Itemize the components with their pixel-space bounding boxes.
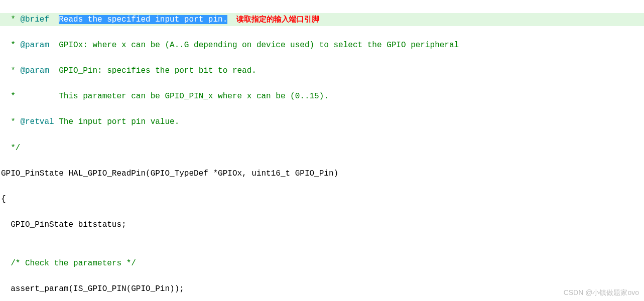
code-line-12: assert_param(IS_GPIO_PIN(GPIO_Pin));: [0, 283, 644, 296]
code-line-3: * @param GPIO_Pin: specifies the port bi…: [0, 65, 644, 78]
doxygen-tag-param: @param: [20, 41, 49, 50]
comment-text: * This parameter can be GPIO_PIN_x where…: [1, 92, 329, 101]
function-signature: GPIO_PinState HAL_GPIO_ReadPin(GPIO_Type…: [1, 169, 338, 178]
brace-open: {: [1, 195, 6, 204]
code-line-6: */: [0, 142, 644, 155]
comment-text: GPIOx: where x can be (A..G depending on…: [49, 41, 459, 50]
comment-text: GPIO_Pin: specifies the port bit to read…: [49, 66, 256, 75]
code-line-4: * This parameter can be GPIO_PIN_x where…: [0, 90, 644, 103]
code-block: * @brief Reads the specified input port …: [0, 0, 644, 301]
selected-text[interactable]: Reads the specified input port pin.: [59, 15, 227, 24]
assert-call: assert_param(IS_GPIO_PIN(GPIO_Pin));: [1, 284, 184, 293]
comment-text: The input port pin value.: [54, 117, 180, 126]
code-line-8: {: [0, 193, 644, 206]
code-line-1: * @brief Reads the specified input port …: [0, 13, 644, 27]
gap: [49, 15, 59, 24]
comment-text: /* Check the parameters */: [1, 259, 136, 268]
code-line-5: * @retval The input port pin value.: [0, 116, 644, 129]
declaration: GPIO_PinState bitstatus;: [1, 220, 126, 229]
code-line-11: /* Check the parameters */: [0, 257, 644, 270]
comment-prefix: *: [1, 41, 20, 50]
doxygen-tag-brief: @brief: [20, 15, 49, 24]
doxygen-tag-param: @param: [20, 66, 49, 75]
red-annotation: 读取指定的输入端口引脚: [236, 15, 319, 23]
code-line-2: * @param GPIOx: where x can be (A..G dep…: [0, 39, 644, 52]
doxygen-tag-retval: @retval: [20, 117, 54, 126]
code-line-7: GPIO_PinState HAL_GPIO_ReadPin(GPIO_Type…: [0, 168, 644, 181]
comment-prefix: *: [1, 66, 20, 75]
comment-prefix: *: [1, 117, 20, 126]
comment-close: */: [1, 143, 20, 153]
code-line-9: GPIO_PinState bitstatus;: [0, 219, 644, 232]
comment-prefix: *: [1, 15, 20, 24]
